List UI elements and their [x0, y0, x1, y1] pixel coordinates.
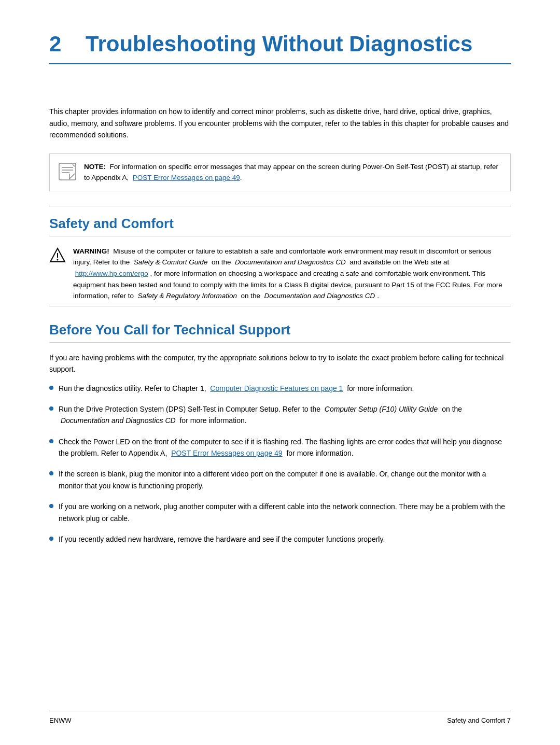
bullet-dot — [49, 406, 53, 411]
note-text: NOTE: For information on specific error … — [84, 161, 502, 184]
section-safety-comfort: Safety and Comfort WARNING! Misuse of th… — [49, 216, 511, 306]
divider-2 — [49, 236, 511, 236]
list-italic2: Documentation and Diagnostics CD — [61, 416, 176, 425]
warning-text-content: WARNING! Misuse of the computer or failu… — [73, 246, 511, 302]
footer-right: Safety and Comfort 7 — [447, 716, 511, 724]
section-title-call: Before You Call for Technical Support — [49, 322, 511, 338]
list-link-2[interactable]: POST Error Messages on page 49 — [171, 449, 283, 457]
section-call-intro: If you are having problems with the comp… — [49, 352, 511, 375]
bullet-dot — [49, 537, 53, 541]
note-label: NOTE: — [84, 163, 106, 171]
warning-text5: on the — [241, 292, 260, 300]
warning-label: WARNING! — [73, 247, 109, 255]
warning-text2: on the — [212, 258, 231, 266]
list-link-1[interactable]: Computer Diagnostic Features on page 1 — [210, 384, 343, 392]
chapter-header: 2 Troubleshooting Without Diagnostics — [49, 31, 511, 64]
section-title-safety: Safety and Comfort — [49, 216, 511, 232]
footer-left: ENWW — [49, 716, 72, 724]
warning-italic2: Documentation and Diagnostics CD — [235, 258, 346, 266]
list-italic: Computer Setup (F10) Utility Guide — [325, 405, 438, 413]
note-box: NOTE: For information on specific error … — [49, 153, 511, 191]
warning-box: WARNING! Misuse of the computer or failu… — [49, 246, 511, 302]
list-item: Run the diagnostics utility. Refer to Ch… — [49, 383, 511, 394]
list-item-text: If the screen is blank, plug the monitor… — [59, 468, 511, 491]
list-item: Run the Drive Protection System (DPS) Se… — [49, 403, 511, 427]
chapter-title-text: Troubleshooting Without Diagnostics — [86, 32, 472, 56]
list-item: Check the Power LED on the front of the … — [49, 436, 511, 459]
list-item-text: Run the diagnostics utility. Refer to Ch… — [59, 383, 414, 394]
warning-italic1: Safety & Comfort Guide — [134, 258, 208, 266]
list-item-text: Run the Drive Protection System (DPS) Se… — [59, 403, 511, 427]
list-item-text: Check the Power LED on the front of the … — [59, 436, 511, 459]
section-header-call: Before You Call for Technical Support — [49, 322, 511, 338]
warning-link[interactable]: http://www.hp.com/ergo — [75, 270, 148, 277]
intro-paragraph: This chapter provides information on how… — [49, 106, 511, 140]
list-item: If the screen is blank, plug the monitor… — [49, 468, 511, 491]
page-footer: ENWW Safety and Comfort 7 — [49, 711, 511, 724]
warning-triangle-icon — [49, 247, 66, 263]
list-item: If you recently added new hardware, remo… — [49, 533, 511, 545]
note-link[interactable]: POST Error Messages on page 49 — [133, 174, 240, 181]
section-before-call: Before You Call for Technical Support If… — [49, 322, 511, 545]
divider-4 — [49, 342, 511, 343]
svg-point-6 — [57, 259, 59, 260]
page: 2 Troubleshooting Without Diagnostics Th… — [0, 0, 560, 745]
divider-3 — [49, 306, 511, 306]
bullet-dot — [49, 504, 53, 508]
chapter-number: 2 — [49, 32, 61, 56]
divider-1 — [49, 206, 511, 206]
bullet-list: Run the diagnostics utility. Refer to Ch… — [49, 383, 511, 545]
warning-italic4: Documentation and Diagnostics CD — [264, 292, 375, 300]
note-icon — [58, 162, 77, 181]
chapter-title: 2 Troubleshooting Without Diagnostics — [49, 31, 511, 57]
list-item: If you are working on a network, plug an… — [49, 501, 511, 524]
bullet-dot — [49, 439, 53, 443]
warning-text3: and available on the Web site at — [349, 258, 449, 266]
warning-italic3: Safety & Regulatory Information — [138, 292, 237, 300]
warning-suffix: . — [377, 292, 379, 300]
svg-rect-0 — [59, 163, 76, 180]
bullet-dot — [49, 471, 53, 475]
list-item-text: If you are working on a network, plug an… — [59, 501, 511, 524]
list-item-text: If you recently added new hardware, remo… — [59, 533, 385, 545]
section-header-safety: Safety and Comfort — [49, 216, 511, 232]
bullet-dot — [49, 386, 53, 390]
